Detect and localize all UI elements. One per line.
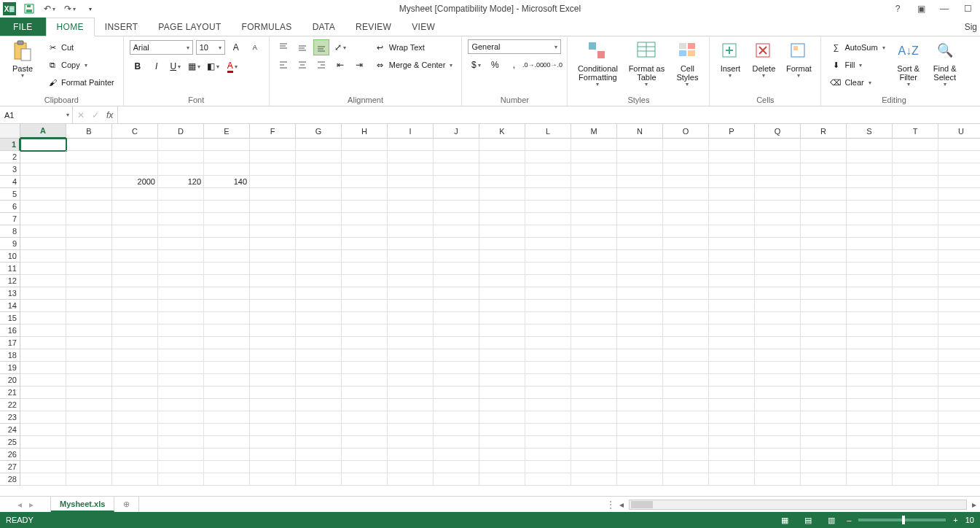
cell[interactable] — [20, 201, 66, 213]
cell[interactable] — [893, 151, 938, 163]
bold-button[interactable]: B — [130, 58, 146, 74]
cell[interactable] — [296, 374, 342, 387]
cell[interactable] — [158, 387, 204, 399]
cell[interactable] — [296, 263, 342, 275]
row-header[interactable]: 11 — [0, 263, 20, 275]
cell[interactable] — [847, 374, 893, 387]
cell[interactable] — [755, 176, 801, 188]
cell[interactable] — [479, 411, 525, 424]
row-header[interactable]: 3 — [0, 163, 20, 176]
cell[interactable] — [158, 436, 204, 449]
cell[interactable] — [709, 424, 755, 436]
cell[interactable] — [755, 225, 801, 238]
cell[interactable] — [388, 362, 434, 374]
row-header[interactable]: 4 — [0, 176, 20, 188]
cell[interactable] — [388, 337, 434, 349]
cell[interactable] — [571, 399, 617, 411]
cell[interactable] — [801, 213, 847, 225]
column-header[interactable]: P — [709, 124, 755, 139]
cell[interactable] — [66, 300, 112, 312]
cell[interactable] — [525, 312, 571, 325]
align-right-button[interactable] — [313, 57, 329, 73]
cell[interactable] — [250, 163, 296, 176]
cell[interactable] — [617, 188, 663, 201]
cell[interactable] — [525, 399, 571, 411]
cell[interactable] — [893, 225, 938, 238]
cell[interactable] — [801, 461, 847, 473]
cell[interactable] — [20, 300, 66, 312]
cell[interactable] — [938, 250, 980, 263]
cell[interactable] — [342, 374, 388, 387]
normal-view-button[interactable]: ▦ — [777, 513, 793, 527]
cell[interactable] — [755, 213, 801, 225]
cell[interactable] — [158, 151, 204, 163]
cell[interactable] — [663, 424, 709, 436]
percent-button[interactable]: % — [487, 57, 503, 73]
cell[interactable] — [342, 387, 388, 399]
cell[interactable] — [158, 461, 204, 473]
cell[interactable] — [388, 436, 434, 449]
cell[interactable] — [617, 312, 663, 325]
cell[interactable] — [20, 374, 66, 387]
cell[interactable] — [571, 362, 617, 374]
cell[interactable] — [709, 449, 755, 461]
cell[interactable] — [66, 151, 112, 163]
cell[interactable] — [938, 287, 980, 300]
cell[interactable] — [617, 411, 663, 424]
cell[interactable] — [893, 238, 938, 250]
cell[interactable] — [938, 424, 980, 436]
cell[interactable] — [250, 325, 296, 337]
cell[interactable] — [204, 263, 250, 275]
cell[interactable] — [709, 312, 755, 325]
cell[interactable] — [158, 473, 204, 486]
cell[interactable] — [617, 139, 663, 151]
cell[interactable] — [204, 225, 250, 238]
cell[interactable] — [709, 238, 755, 250]
sort-filter-button[interactable]: A↓ZSort & Filter▾ — [893, 39, 925, 88]
cell[interactable] — [342, 250, 388, 263]
cell[interactable] — [296, 300, 342, 312]
cell[interactable] — [158, 449, 204, 461]
cell[interactable] — [893, 188, 938, 201]
cell[interactable] — [66, 325, 112, 337]
cell[interactable] — [112, 213, 158, 225]
cell[interactable] — [20, 139, 66, 151]
select-all-corner[interactable] — [0, 124, 20, 139]
cell[interactable] — [250, 151, 296, 163]
cell[interactable] — [847, 163, 893, 176]
cell[interactable] — [801, 238, 847, 250]
cell[interactable] — [250, 461, 296, 473]
cell[interactable] — [801, 176, 847, 188]
cell[interactable] — [709, 374, 755, 387]
cell[interactable] — [893, 176, 938, 188]
horizontal-scrollbar[interactable]: ◂ ▸ — [616, 497, 980, 512]
cell[interactable] — [296, 176, 342, 188]
zoom-in-button[interactable]: + — [953, 516, 957, 524]
cell[interactable] — [296, 225, 342, 238]
cell[interactable] — [617, 263, 663, 275]
cell[interactable] — [663, 176, 709, 188]
cell[interactable] — [204, 473, 250, 486]
cell[interactable] — [204, 461, 250, 473]
format-cells-button[interactable]: Format▾ — [783, 39, 815, 79]
cell[interactable] — [893, 449, 938, 461]
cell[interactable] — [709, 387, 755, 399]
cell[interactable] — [158, 225, 204, 238]
cell[interactable] — [755, 374, 801, 387]
cell[interactable] — [938, 176, 980, 188]
column-header[interactable]: D — [158, 124, 204, 139]
cell[interactable] — [388, 287, 434, 300]
cell[interactable] — [709, 461, 755, 473]
cell[interactable] — [204, 411, 250, 424]
column-header[interactable]: R — [801, 124, 847, 139]
cell[interactable] — [571, 436, 617, 449]
cell[interactable] — [66, 225, 112, 238]
column-header[interactable]: N — [617, 124, 663, 139]
cell[interactable] — [20, 238, 66, 250]
cell[interactable] — [158, 263, 204, 275]
cell[interactable] — [801, 263, 847, 275]
cell[interactable] — [342, 163, 388, 176]
cell[interactable] — [66, 275, 112, 287]
cell[interactable] — [571, 250, 617, 263]
cell[interactable] — [801, 163, 847, 176]
